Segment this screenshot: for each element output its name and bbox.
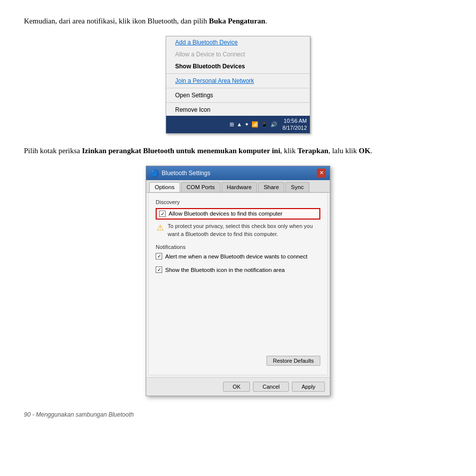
menu-item-show[interactable]: Show Bluetooth Devices <box>166 60 310 72</box>
allow-checkbox-row[interactable]: Allow Bluetooth devices to find this com… <box>156 208 320 220</box>
footer-text: 90 - Menggunakan sambungan Bluetooth <box>24 411 452 418</box>
menu-item-allow[interactable]: Allow a Device to Connect <box>166 48 310 60</box>
dialog-titlebar-left: 🔵 Bluetooth Settings <box>150 169 210 177</box>
cancel-button[interactable]: Cancel <box>253 382 289 392</box>
tray-icon-signal: 📶 <box>251 121 258 128</box>
allow-checkbox[interactable] <box>159 211 166 217</box>
alert-checkbox-row[interactable]: Alert me when a new Bluetooth device wan… <box>156 253 320 259</box>
dialog-tabs: Options COM Ports Hardware Share Sync <box>146 180 330 193</box>
tray-icons: ⊞ ▲ ✦ 📶 📱 🔊 <box>230 121 277 128</box>
show-checkbox-label: Show the Bluetooth icon in the notificat… <box>165 267 285 273</box>
taskbar-time-date: 10:56 AM 8/17/2012 <box>282 117 307 132</box>
tray-icon-bluetooth: ✦ <box>244 121 249 128</box>
second-bold3: OK <box>359 147 370 155</box>
second-text4: . <box>370 147 372 155</box>
menu-separator-3 <box>166 102 310 103</box>
warning-row: ⚠ To protect your privacy, select this c… <box>156 223 320 238</box>
warning-icon: ⚠ <box>157 223 164 238</box>
tab-com-ports[interactable]: COM Ports <box>181 182 221 192</box>
dialog-title-icon: 🔵 <box>150 169 159 177</box>
second-bold2: Terapkan <box>297 147 328 155</box>
tray-icon-volume: 🔊 <box>270 121 277 128</box>
tab-sync[interactable]: Sync <box>285 182 309 192</box>
context-menu: Add a Bluetooth Device Allow a Device to… <box>166 36 310 134</box>
dialog-title-text: Bluetooth Settings <box>162 170 210 177</box>
dialog-content: Discovery Allow Bluetooth devices to fin… <box>148 193 328 376</box>
menu-separator-2 <box>166 88 310 88</box>
tray-icon-phone: 📱 <box>261 121 268 128</box>
menu-item-add[interactable]: Add a Bluetooth Device <box>166 36 310 48</box>
warning-text: To protect your privacy, select this che… <box>168 223 320 238</box>
taskbar-date: 8/17/2012 <box>282 124 307 131</box>
allow-checkbox-label: Allow Bluetooth devices to find this com… <box>169 211 282 217</box>
second-paragraph: Pilih kotak periksa Izinkan perangkat Bl… <box>24 145 452 157</box>
menu-item-join[interactable]: Join a Personal Area Network <box>166 75 310 87</box>
menu-item-open[interactable]: Open Settings <box>166 89 310 101</box>
alert-checkbox[interactable] <box>156 253 162 259</box>
dialog-bottom-bar: OK Cancel Apply <box>146 377 330 396</box>
tab-options[interactable]: Options <box>149 182 180 192</box>
tray-icon-grid: ⊞ <box>230 121 234 128</box>
taskbar-time: 10:56 AM <box>282 117 307 124</box>
dialog-screenshot: 🔵 Bluetooth Settings ✕ Options COM Ports… <box>24 166 452 397</box>
intro-paragraph: Kemudian, dari area notifikasi, klik iko… <box>24 15 452 27</box>
second-text3: , lalu klik <box>328 147 359 155</box>
bluetooth-settings-dialog: 🔵 Bluetooth Settings ✕ Options COM Ports… <box>146 166 330 397</box>
restore-defaults-button[interactable]: Restore Defaults <box>266 356 320 366</box>
dialog-close-button[interactable]: ✕ <box>317 169 326 178</box>
ok-button[interactable]: OK <box>223 382 250 392</box>
tray-icon-arrow: ▲ <box>237 121 242 127</box>
dialog-action-buttons: OK Cancel Apply <box>223 382 325 392</box>
menu-item-remove[interactable]: Remove Icon <box>166 104 310 116</box>
taskbar-area: ⊞ ▲ ✦ 📶 📱 🔊 10:56 AM 8/17/2012 <box>166 116 310 133</box>
tab-share[interactable]: Share <box>258 182 284 192</box>
intro-text2: . <box>265 17 267 25</box>
intro-bold1: Buka Pengaturan <box>209 17 265 25</box>
second-text2: , klik <box>280 147 298 155</box>
intro-text1: Kemudian, dari area notifikasi, klik iko… <box>24 17 209 25</box>
show-checkbox[interactable] <box>156 266 162 273</box>
dialog-titlebar: 🔵 Bluetooth Settings ✕ <box>146 166 330 180</box>
tab-hardware[interactable]: Hardware <box>222 182 257 192</box>
menu-separator-1 <box>166 73 310 74</box>
context-menu-screenshot: Add a Bluetooth Device Allow a Device to… <box>24 36 452 134</box>
discovery-label: Discovery <box>156 199 320 205</box>
second-bold1: Izinkan perangkat Bluetooth untuk menemu… <box>82 147 280 155</box>
second-text1: Pilih kotak periksa <box>24 147 82 155</box>
show-checkbox-row[interactable]: Show the Bluetooth icon in the notificat… <box>156 266 320 273</box>
apply-button[interactable]: Apply <box>292 382 325 392</box>
notifications-label: Notifications <box>156 244 320 250</box>
alert-checkbox-label: Alert me when a new Bluetooth device wan… <box>165 253 307 259</box>
